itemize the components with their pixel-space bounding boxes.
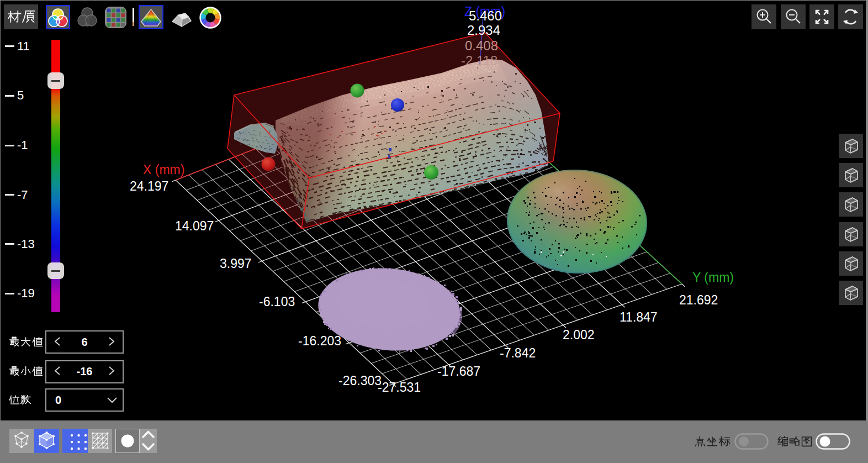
svg-text:14.097: 14.097 xyxy=(175,219,214,233)
svg-text:-27.531: -27.531 xyxy=(378,380,421,394)
svg-text:0.408: 0.408 xyxy=(465,38,498,53)
svg-text:Y (mm): Y (mm) xyxy=(692,270,734,285)
svg-text:-16.203: -16.203 xyxy=(298,334,341,348)
svg-text:3.997: 3.997 xyxy=(220,256,252,271)
svg-text:24.197: 24.197 xyxy=(130,179,168,193)
svg-text:X (mm): X (mm) xyxy=(143,162,184,177)
svg-text:21.692: 21.692 xyxy=(679,293,718,307)
svg-text:-26.303: -26.303 xyxy=(338,373,382,388)
svg-text:-6.103: -6.103 xyxy=(259,294,295,309)
svg-text:-17.687: -17.687 xyxy=(437,364,480,378)
svg-text:2.934: 2.934 xyxy=(467,23,500,38)
svg-text:5.460: 5.460 xyxy=(469,8,502,23)
svg-text:11.847: 11.847 xyxy=(620,310,658,324)
svg-text:-7.842: -7.842 xyxy=(500,346,536,360)
svg-text:-2.118: -2.118 xyxy=(461,53,497,68)
svg-text:2.002: 2.002 xyxy=(563,328,595,342)
